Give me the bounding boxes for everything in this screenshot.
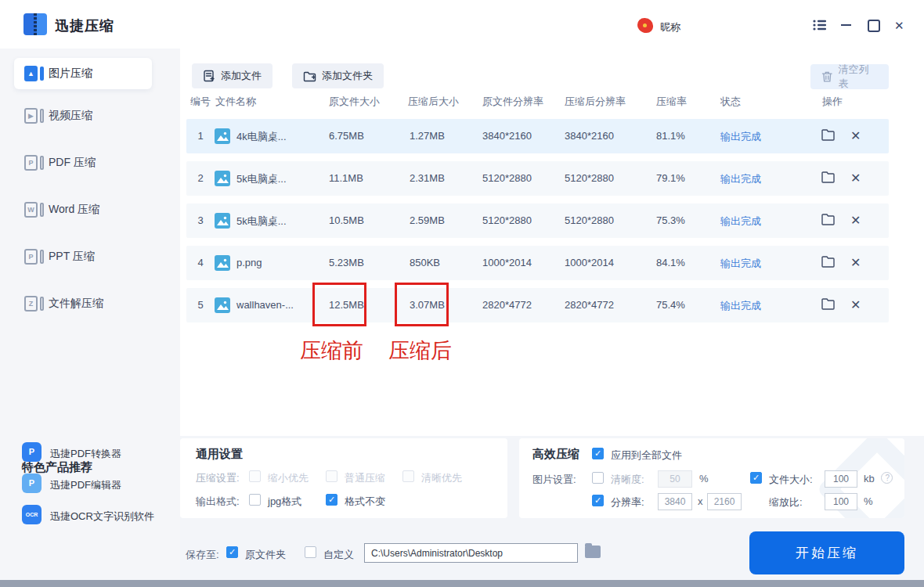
status-text: 输出完成 — [720, 172, 761, 186]
open-folder-button[interactable] — [821, 297, 838, 314]
sidebar-item-label: PPT 压缩 — [49, 250, 95, 264]
clarity-unit: % — [699, 473, 709, 484]
comp-size: 2.59MB — [410, 214, 445, 226]
general-settings-title: 通用设置 — [196, 447, 243, 462]
header-orig-resolution: 原文件分辨率 — [482, 95, 543, 109]
annotation-text-after: 压缩后 — [388, 337, 452, 365]
filesize-input[interactable] — [825, 470, 857, 488]
row-number: 1 — [186, 130, 215, 142]
custom-folder-checkbox[interactable] — [305, 546, 316, 558]
compress-ratio: 79.1% — [656, 172, 685, 184]
scale-unit: % — [864, 495, 873, 507]
resolution-label: 分辨率: — [611, 495, 644, 510]
remove-file-button[interactable] — [848, 128, 865, 145]
sidebar: ▲ 图片压缩 ▶ 视频压缩 P PDF 压缩 W Word 压缩 P PPT 压… — [0, 49, 180, 587]
open-folder-button[interactable] — [821, 212, 838, 229]
sidebar-item-label: PDF 压缩 — [49, 156, 96, 170]
comp-resolution: 1000*2014 — [565, 257, 614, 268]
ppt-compress-icon: P — [24, 249, 45, 265]
original-folder-checkbox[interactable] — [226, 546, 238, 558]
apply-all-checkbox[interactable] — [592, 448, 604, 459]
annotation-box-after — [395, 283, 449, 326]
add-folder-button[interactable]: 添加文件夹 — [292, 63, 384, 88]
table-row[interactable]: 2 5k电脑桌... 11.1MB 2.31MB 5120*2880 5120*… — [186, 161, 889, 196]
table-row[interactable]: 1 4k电脑桌... 6.75MB 1.27MB 3840*2160 3840*… — [186, 119, 889, 153]
browse-folder-icon[interactable] — [585, 546, 601, 558]
open-folder-button[interactable] — [821, 254, 838, 272]
sidebar-item-video-compress[interactable]: ▶ 视频压缩 — [14, 100, 152, 131]
maximize-button[interactable] — [866, 19, 880, 31]
open-folder-button[interactable] — [821, 170, 838, 187]
table-row[interactable]: 3 5k电脑桌... 10.5MB 2.59MB 5120*2880 5120*… — [186, 203, 889, 238]
comp-resolution: 5120*2880 — [565, 172, 614, 184]
sidebar-item-file-decompress[interactable]: Z 文件解压缩 — [14, 288, 152, 319]
header-operation: 操作 — [822, 95, 843, 109]
user-avatar[interactable] — [637, 18, 653, 33]
compress-ratio: 75.4% — [656, 299, 685, 311]
shrink-priority-checkbox[interactable] — [249, 470, 261, 482]
filesize-checkbox[interactable] — [750, 472, 762, 484]
scale-input[interactable] — [825, 493, 857, 510]
row-number: 5 — [186, 299, 215, 311]
sidebar-item-word-compress[interactable]: W Word 压缩 — [14, 194, 152, 225]
pdf-editor-icon: P — [22, 474, 42, 493]
table-row[interactable]: 4 p.png 5.23MB 850KB 1000*2014 1000*2014… — [186, 246, 889, 280]
product-label: 迅捷PDF编辑器 — [50, 478, 121, 492]
keep-format-checkbox[interactable] — [326, 494, 337, 506]
row-number: 3 — [186, 214, 215, 226]
annotation-text-before: 压缩前 — [300, 337, 363, 365]
row-number: 4 — [186, 257, 215, 268]
sidebar-item-label: Word 压缩 — [49, 203, 99, 217]
general-settings-card: 通用设置 压缩设置: 缩小优先 普通压缩 清晰优先 输出格式: jpg格式 格式… — [180, 438, 507, 518]
close-button[interactable] — [893, 19, 907, 31]
image-compress-icon: ▲ — [24, 66, 45, 81]
clarity-label: 清晰度: — [611, 473, 644, 487]
jpg-format-checkbox[interactable] — [249, 494, 261, 506]
open-folder-button[interactable] — [821, 128, 838, 145]
compress-ratio: 75.3% — [656, 214, 685, 226]
help-icon[interactable] — [881, 472, 893, 484]
header-ratio: 压缩率 — [656, 95, 687, 109]
minimize-button[interactable] — [839, 19, 854, 31]
normal-compress-checkbox[interactable] — [326, 470, 337, 482]
clear-list-button[interactable]: 清空列表 — [810, 64, 889, 89]
resolution-separator: x — [698, 495, 703, 507]
table-row[interactable]: 5 wallhaven-... 12.5MB 3.07MB 2820*4772 … — [186, 288, 889, 322]
resolution-width-input[interactable] — [658, 493, 692, 510]
compress-setting-label: 压缩设置: — [196, 471, 240, 485]
resolution-checkbox[interactable] — [592, 495, 604, 506]
file-name: wallhaven-... — [236, 299, 294, 311]
row-number: 2 — [186, 172, 215, 184]
status-text: 输出完成 — [720, 299, 761, 313]
sidebar-item-label: 文件解压缩 — [49, 297, 103, 311]
start-compress-button[interactable]: 开始压缩 — [749, 531, 904, 574]
header-status: 状态 — [720, 95, 741, 109]
image-file-icon — [215, 128, 230, 144]
sidebar-item-image-compress[interactable]: ▲ 图片压缩 — [14, 58, 152, 89]
comp-size: 1.27MB — [410, 130, 445, 142]
orig-size: 6.75MB — [329, 130, 364, 142]
add-file-button[interactable]: 添加文件 — [192, 63, 273, 88]
sidebar-item-ppt-compress[interactable]: P PPT 压缩 — [14, 241, 152, 272]
remove-file-button[interactable] — [848, 297, 865, 314]
remove-file-button[interactable] — [848, 212, 865, 229]
comp-resolution: 5120*2880 — [565, 214, 614, 226]
clarity-priority-label: 清晰优先 — [421, 471, 462, 485]
clarity-input[interactable] — [658, 470, 692, 488]
product-label: 迅捷PDF转换器 — [50, 447, 121, 461]
compress-ratio: 84.1% — [656, 257, 685, 268]
jpg-format-label: jpg格式 — [268, 495, 301, 509]
user-nickname[interactable]: 昵称 — [660, 20, 680, 34]
clarity-priority-checkbox[interactable] — [402, 470, 414, 482]
save-path-input[interactable] — [364, 543, 578, 563]
clarity-checkbox[interactable] — [592, 472, 604, 484]
comp-size: 2.31MB — [410, 172, 445, 184]
menu-icon[interactable] — [813, 19, 827, 31]
efficient-compress-card: 高效压缩 应用到全部文件 图片设置: 清晰度: % 文件大小: kb 分辨率: … — [519, 438, 904, 518]
image-file-icon — [215, 171, 230, 186]
sidebar-item-pdf-compress[interactable]: P PDF 压缩 — [14, 147, 152, 178]
resolution-height-input[interactable] — [707, 493, 742, 510]
remove-file-button[interactable] — [848, 254, 865, 272]
remove-file-button[interactable] — [848, 170, 865, 187]
orig-size: 5.23MB — [329, 257, 364, 268]
